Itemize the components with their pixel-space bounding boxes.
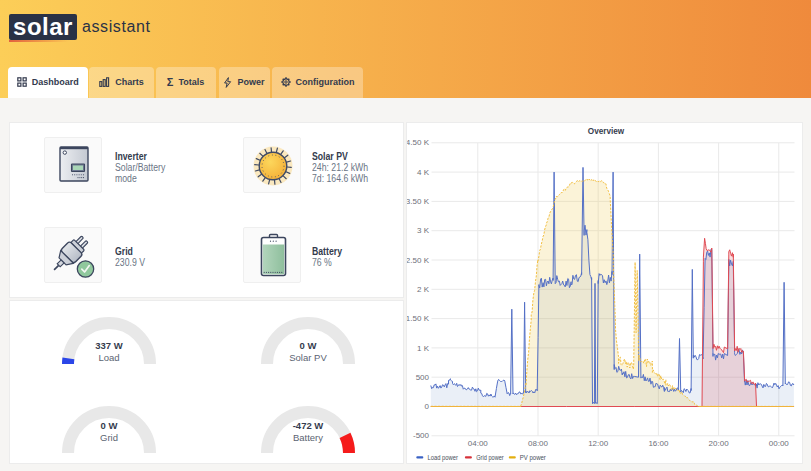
- svg-text:2 K: 2 K: [416, 284, 429, 293]
- svg-text:PV power: PV power: [519, 453, 545, 462]
- svg-text:Overview: Overview: [587, 126, 624, 135]
- svg-text:3.50 K: 3.50 K: [407, 197, 430, 206]
- svg-text:500: 500: [415, 372, 429, 381]
- svg-text:08:00: 08:00: [527, 438, 548, 447]
- svg-text:Grid power: Grid power: [476, 453, 504, 462]
- svg-text:4 K: 4 K: [416, 167, 429, 176]
- svg-text:4.50 K: 4.50 K: [407, 138, 430, 147]
- svg-text:04:00: 04:00: [467, 438, 488, 447]
- svg-text:Load power: Load power: [427, 453, 458, 462]
- svg-text:20:00: 20:00: [708, 438, 729, 447]
- svg-text:3 K: 3 K: [416, 226, 429, 235]
- svg-text:1.50 K: 1.50 K: [407, 314, 430, 323]
- svg-text:00:00: 00:00: [768, 438, 789, 447]
- svg-text:12:00: 12:00: [588, 438, 609, 447]
- svg-text:1 K: 1 K: [416, 343, 429, 352]
- svg-text:-500: -500: [412, 431, 429, 440]
- svg-text:2.50 K: 2.50 K: [407, 255, 430, 264]
- svg-text:0: 0: [424, 402, 429, 411]
- svg-text:16:00: 16:00: [648, 438, 669, 447]
